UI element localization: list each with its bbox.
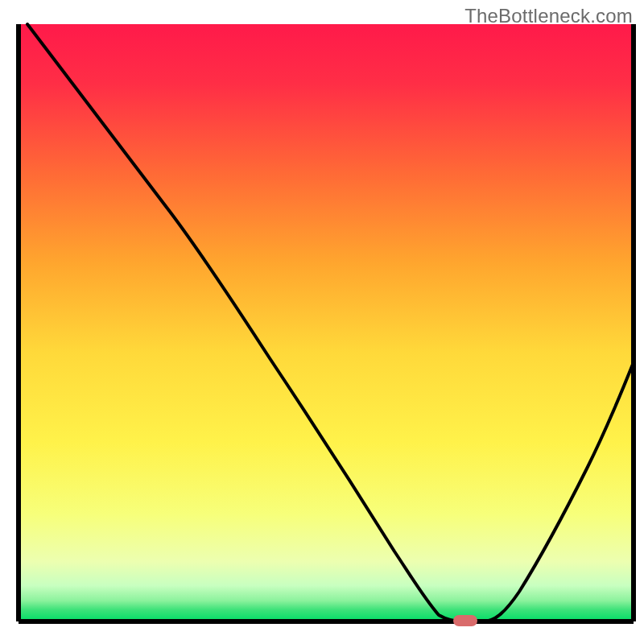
chart-background-gradient xyxy=(19,24,634,621)
optimal-marker xyxy=(453,615,477,626)
bottleneck-chart xyxy=(0,0,644,644)
watermark-text: TheBottleneck.com xyxy=(464,5,633,27)
chart-container: TheBottleneck.com xyxy=(0,0,644,644)
